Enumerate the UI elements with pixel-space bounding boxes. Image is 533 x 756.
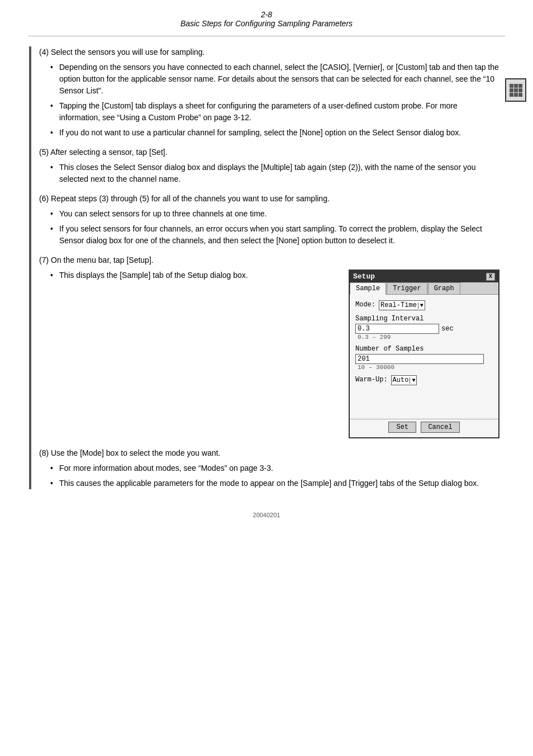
grid-cell <box>518 84 522 88</box>
grid-cell <box>510 88 513 92</box>
warmup-select-row: Warm-Up: Auto ▼ <box>355 375 493 385</box>
step-5-heading: (5) After selecting a sensor, tap [Set]. <box>39 147 499 158</box>
sampling-interval-input-row: 0.3 sec <box>355 324 493 334</box>
grid-cell <box>514 84 518 88</box>
mode-select-row: Mode: Real-Time ▼ <box>355 300 493 310</box>
tab-trigger[interactable]: Trigger <box>387 282 427 294</box>
step-6-heading: (6) Repeat steps (3) through (5) for all… <box>39 193 499 205</box>
grid-cell <box>510 84 513 88</box>
step-5-bullets: This closes the Select Sensor dialog box… <box>39 162 499 185</box>
list-item: Depending on the sensors you have connec… <box>50 62 499 97</box>
step-8-bullets: For more information about modes, see “M… <box>39 462 499 489</box>
set-button[interactable]: Set <box>388 422 416 433</box>
step-7-dialog-area: This displays the [Sample] tab of the Se… <box>39 270 499 438</box>
list-item: Tapping the [Custom] tab displays a shee… <box>50 100 499 124</box>
list-item: If you do not want to use a particular c… <box>50 127 499 139</box>
grid-cell <box>518 93 522 97</box>
sampling-interval-range: 0.3 – 299 <box>358 334 493 341</box>
warmup-select[interactable]: Auto ▼ <box>391 375 417 385</box>
mode-dropdown-arrow[interactable]: ▼ <box>418 303 423 309</box>
step-8-section: (8) Use the [Mode] box to select the mod… <box>39 447 499 489</box>
step-7-heading: (7) On the menu bar, tap [Setup]. <box>39 254 499 266</box>
tab-sample[interactable]: Sample <box>350 282 386 295</box>
warmup-value: Auto <box>393 376 409 384</box>
cancel-button[interactable]: Cancel <box>421 422 459 433</box>
content-wrapper: (4) Select the sensors you will use for … <box>34 46 499 489</box>
list-item: This displays the [Sample] tab of the Se… <box>50 270 337 281</box>
warmup-label: Warm-Up: <box>355 376 388 384</box>
num-samples-row: Number of Samples 201 10 – 30000 <box>355 345 493 371</box>
dialog-titlebar: Setup X <box>350 271 498 282</box>
step-4-bullets: Depending on the sensors you have connec… <box>39 62 499 139</box>
step-8-heading: (8) Use the [Mode] box to select the mod… <box>39 447 499 459</box>
sampling-interval-unit: sec <box>441 325 454 333</box>
step-7-bullets: This displays the [Sample] tab of the Se… <box>39 270 337 281</box>
header-divider <box>28 36 505 36</box>
warmup-dropdown-arrow[interactable]: ▼ <box>410 377 415 384</box>
footer-code: 20040201 <box>0 512 533 530</box>
sampling-interval-label: Sampling Interval <box>355 315 493 323</box>
mode-label: Mode: <box>355 301 375 309</box>
grid-cell <box>514 93 518 97</box>
warmup-row: Warm-Up: Auto ▼ <box>355 375 493 385</box>
sidebar-icon <box>505 78 526 102</box>
sampling-interval-input[interactable]: 0.3 <box>355 324 439 334</box>
dialog-tabs: Sample Trigger Graph <box>350 282 498 295</box>
mode-select[interactable]: Real-Time ▼ <box>379 300 425 310</box>
tab-graph[interactable]: Graph <box>428 282 460 294</box>
dialog-body: Mode: Real-Time ▼ Sampling Interval 0.3 <box>350 295 498 417</box>
grid-cell <box>510 93 513 97</box>
left-border-accent <box>29 46 31 489</box>
page-header: 2-8 Basic Steps for Configuring Sampling… <box>0 0 533 34</box>
dialog-footer: Set Cancel <box>350 419 498 437</box>
grid-cell <box>518 88 522 92</box>
step-7-text: This displays the [Sample] tab of the Se… <box>39 270 337 285</box>
page-title: Basic Steps for Configuring Sampling Par… <box>0 19 533 28</box>
mode-value: Real-Time <box>380 301 417 309</box>
page-number: 2-8 <box>0 10 533 19</box>
mode-row: Mode: Real-Time ▼ <box>355 300 493 310</box>
dialog-close-button[interactable]: X <box>486 273 495 281</box>
list-item: This closes the Select Sensor dialog box… <box>50 162 499 185</box>
dialog-spacer <box>355 390 493 412</box>
list-item: If you select sensors for four channels,… <box>50 223 499 247</box>
list-item: This causes the applicable parameters fo… <box>50 478 499 489</box>
grid-icon <box>510 84 522 97</box>
list-item: For more information about modes, see “M… <box>50 462 499 474</box>
sampling-interval-row: Sampling Interval 0.3 sec 0.3 – 299 <box>355 315 493 341</box>
step-4-heading: (4) Select the sensors you will use for … <box>39 46 499 58</box>
num-samples-range: 10 – 30000 <box>358 364 493 371</box>
main-content: (4) Select the sensors you will use for … <box>34 46 499 489</box>
step-6-bullets: You can select sensors for up to three c… <box>39 208 499 247</box>
dialog-title: Setup <box>353 272 375 281</box>
num-samples-input[interactable]: 201 <box>355 354 484 364</box>
num-samples-label: Number of Samples <box>355 345 493 353</box>
list-item: You can select sensors for up to three c… <box>50 208 499 220</box>
setup-dialog: Setup X Sample Trigger Graph Mode: Real-… <box>349 270 499 438</box>
grid-cell <box>514 88 518 92</box>
